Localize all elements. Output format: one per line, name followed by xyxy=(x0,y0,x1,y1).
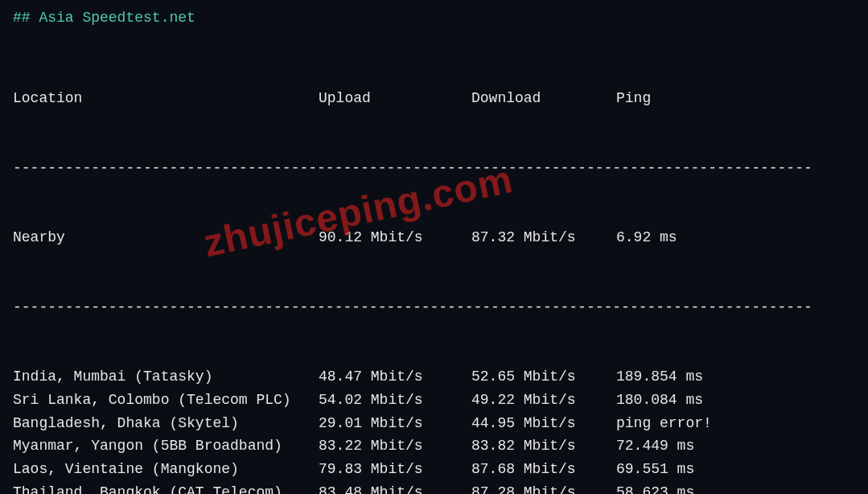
cell-upload: 29.01 Mbit/s xyxy=(319,412,471,435)
cell-download: 44.95 Mbit/s xyxy=(471,412,616,435)
separator-line: ----------------------------------------… xyxy=(13,157,855,180)
cell-upload: 83.48 Mbit/s xyxy=(319,481,471,494)
cell-ping: 189.854 ms xyxy=(616,365,855,389)
cell-ping: 180.084 ms xyxy=(616,389,855,412)
table-row: Sri Lanka, Colombo (Telecom PLC)54.02 Mb… xyxy=(13,389,855,412)
cell-download: 87.68 Mbit/s xyxy=(471,458,616,481)
nearby-ping: 6.92 ms xyxy=(616,226,855,249)
header-location: Location xyxy=(13,87,319,110)
table-row: Thailand, Bangkok (CAT Telecom)83.48 Mbi… xyxy=(13,481,855,494)
section-title: ## Asia Speedtest.net xyxy=(13,6,855,30)
cell-download: 83.82 Mbit/s xyxy=(471,434,616,458)
table-row: Myanmar, Yangon (5BB Broadband)83.22 Mbi… xyxy=(13,434,855,458)
nearby-upload: 90.12 Mbit/s xyxy=(319,226,471,249)
cell-upload: 54.02 Mbit/s xyxy=(319,389,471,412)
separator-line: ----------------------------------------… xyxy=(13,296,855,319)
speedtest-table: Location Upload Download Ping ----------… xyxy=(13,41,855,494)
header-ping: Ping xyxy=(616,87,855,110)
nearby-download: 87.32 Mbit/s xyxy=(471,226,616,249)
table-row: Bangladesh, Dhaka (Skytel)29.01 Mbit/s44… xyxy=(13,412,855,435)
cell-download: 87.28 Mbit/s xyxy=(471,481,616,494)
cell-upload: 79.83 Mbit/s xyxy=(319,458,471,481)
nearby-row: Nearby 90.12 Mbit/s 87.32 Mbit/s 6.92 ms xyxy=(13,226,855,249)
cell-download: 49.22 Mbit/s xyxy=(471,389,616,412)
table-row: Laos, Vientaine (Mangkone)79.83 Mbit/s87… xyxy=(13,458,855,481)
header-download: Download xyxy=(471,87,616,110)
cell-upload: 83.22 Mbit/s xyxy=(319,434,471,458)
cell-upload: 48.47 Mbit/s xyxy=(319,365,471,389)
table-header: Location Upload Download Ping xyxy=(13,87,855,110)
cell-location: Thailand, Bangkok (CAT Telecom) xyxy=(13,481,319,494)
cell-ping: 69.551 ms xyxy=(616,458,855,481)
cell-location: Myanmar, Yangon (5BB Broadband) xyxy=(13,434,319,458)
cell-location: Sri Lanka, Colombo (Telecom PLC) xyxy=(13,389,319,412)
cell-location: Bangladesh, Dhaka (Skytel) xyxy=(13,412,319,435)
cell-location: India, Mumbai (Tatasky) xyxy=(13,365,319,389)
cell-download: 52.65 Mbit/s xyxy=(471,365,616,389)
cell-ping: 58.623 ms xyxy=(616,481,855,494)
cell-ping: 72.449 ms xyxy=(616,434,855,458)
header-upload: Upload xyxy=(319,87,471,110)
nearby-location: Nearby xyxy=(13,226,319,249)
table-row: India, Mumbai (Tatasky)48.47 Mbit/s52.65… xyxy=(13,365,855,389)
cell-ping: ping error! xyxy=(616,412,855,435)
cell-location: Laos, Vientaine (Mangkone) xyxy=(13,458,319,481)
